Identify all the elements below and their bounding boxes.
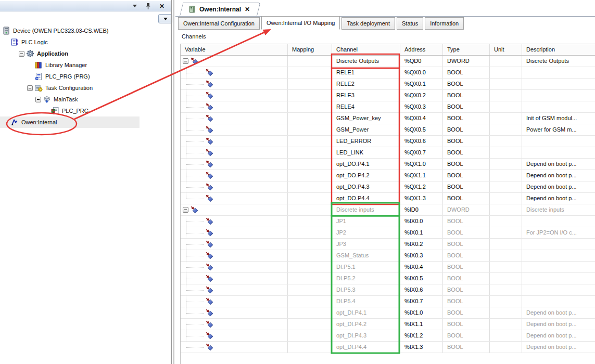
cell-unit[interactable] [490, 227, 522, 238]
cell-unit[interactable] [490, 101, 522, 112]
cell-mapping[interactable] [288, 56, 332, 67]
cell-unit[interactable] [490, 193, 522, 204]
cell-unit[interactable] [490, 284, 522, 295]
cell-unit[interactable] [490, 262, 522, 272]
cell-mapping[interactable] [288, 342, 332, 353]
column-header-channel[interactable]: Channel [332, 44, 400, 55]
tree-item-application[interactable]: Application [0, 48, 171, 59]
cell-mapping[interactable] [288, 273, 332, 284]
cell-unit[interactable] [490, 342, 522, 353]
close-icon[interactable]: ✕ [159, 3, 164, 9]
tree-expander-icon[interactable] [19, 51, 24, 57]
column-header-description[interactable]: Description [522, 44, 595, 55]
cell-mapping[interactable] [288, 67, 332, 78]
cell-mapping[interactable] [288, 319, 332, 330]
cell-unit[interactable] [490, 181, 522, 192]
tab-status[interactable]: Status [397, 17, 423, 30]
cell-mapping[interactable] [288, 79, 332, 89]
table-row-opt-di-p4-1[interactable]: opt_DI.P4.1 %IX1.0 BOOL Depend on boot p… [181, 307, 595, 319]
table-row-led-error[interactable]: LED_ERROR %QX0.6 BOOL [181, 136, 595, 147]
cell-mapping[interactable] [288, 204, 332, 215]
table-row-discrete-inputs[interactable]: Discrete inputs %ID0 DWORD Discrete inpu… [181, 204, 595, 216]
tree-item-owen-internal[interactable]: Owen:Internal [0, 116, 140, 128]
cell-unit[interactable] [490, 79, 522, 89]
cell-mapping[interactable] [288, 307, 332, 318]
table-row-gsm-power-key[interactable]: GSM_Power_key %QX0.4 BOOL Init of GSM mo… [181, 113, 595, 124]
table-row-di-p5-2[interactable]: DI.P5.2 %IX0.5 BOOL [181, 273, 595, 284]
cell-mapping[interactable] [288, 227, 332, 238]
cell-unit[interactable] [490, 159, 522, 170]
row-expander-icon[interactable] [183, 58, 188, 64]
cell-unit[interactable] [490, 170, 522, 181]
tree-expander-icon[interactable] [35, 97, 41, 102]
table-row-jp1[interactable]: JP1 %IX0.0 BOOL [181, 216, 595, 227]
cell-unit[interactable] [490, 67, 522, 78]
cell-mapping[interactable] [288, 193, 332, 204]
cell-unit[interactable] [490, 90, 522, 101]
table-row-rele4[interactable]: RELE4 %QX0.3 BOOL [181, 101, 595, 113]
table-row-di-p5-1[interactable]: DI.P5.1 %IX0.4 BOOL [181, 262, 595, 273]
table-row-di-p5-4[interactable]: DI.P5.4 %IX0.7 BOOL [181, 296, 595, 307]
table-row-led-link[interactable]: LED_LINK %QX0.7 BOOL [181, 147, 595, 159]
tree-item-device-owen-plc323-03-cs-web[interactable]: Device (OWEN PLC323.03-CS.WEB) [0, 25, 171, 36]
table-row-rele2[interactable]: RELE2 %QX0.1 BOOL [181, 79, 595, 90]
cell-unit[interactable] [490, 319, 522, 330]
cell-unit[interactable] [490, 296, 522, 307]
cell-unit[interactable] [490, 250, 522, 261]
cell-mapping[interactable] [288, 170, 332, 181]
cell-mapping[interactable] [288, 124, 332, 135]
cell-mapping[interactable] [288, 113, 332, 124]
tab-information[interactable]: Information [425, 17, 464, 30]
cell-mapping[interactable] [288, 101, 332, 112]
table-row-opt-di-p4-2[interactable]: opt_DI.P4.2 %IX1.1 BOOL Depend on boot p… [181, 319, 595, 330]
panel-dropdown-button[interactable] [158, 14, 172, 23]
pin-icon[interactable] [145, 3, 151, 10]
tree-item-plc-prg[interactable]: PLC_PRG [0, 105, 171, 116]
cell-mapping[interactable] [288, 136, 332, 147]
cell-mapping[interactable] [288, 296, 332, 307]
dropdown-icon[interactable] [133, 5, 137, 7]
cell-mapping[interactable] [288, 239, 332, 250]
tab-task-deployment[interactable]: Task deployment [341, 17, 395, 30]
table-row-di-p5-3[interactable]: DI.P5.3 %IX0.6 BOOL [181, 284, 595, 296]
tree-item-plc-prg-prg[interactable]: PLC_PRG (PRG) [0, 71, 171, 82]
cell-unit[interactable] [490, 56, 522, 67]
cell-mapping[interactable] [288, 284, 332, 295]
table-row-jp3[interactable]: JP3 %IX0.2 BOOL [181, 239, 595, 250]
panel-splitter[interactable] [171, 0, 172, 364]
table-row-rele3[interactable]: RELE3 %QX0.2 BOOL [181, 90, 595, 101]
cell-mapping[interactable] [288, 90, 332, 101]
cell-mapping[interactable] [288, 159, 332, 170]
table-row-gsm-status[interactable]: GSM_Status %IX0.3 BOOL [181, 250, 595, 262]
cell-unit[interactable] [490, 113, 522, 124]
tree-item-plc-logic[interactable]: PLC Logic [0, 36, 171, 48]
cell-mapping[interactable] [288, 181, 332, 192]
tree-item-maintask[interactable]: MainTask [0, 94, 171, 105]
cell-unit[interactable] [490, 204, 522, 215]
cell-mapping[interactable] [288, 262, 332, 272]
cell-unit[interactable] [490, 216, 522, 227]
doc-tab-owen-internal[interactable]: Owen:Internal ✕ [180, 3, 257, 16]
table-row-jp2[interactable]: JP2 %IX0.1 BOOL For JP2=ON I/O c... [181, 227, 595, 239]
tree-expander-icon[interactable] [27, 85, 33, 91]
row-expander-icon[interactable] [183, 207, 188, 213]
column-header-type[interactable]: Type [443, 44, 490, 55]
tab-owen-internal-i-o-mapping[interactable]: Owen:Internal I/O Mapping [261, 16, 340, 30]
cell-unit[interactable] [490, 136, 522, 147]
table-row-opt-do-p4-4[interactable]: opt_DO.P4.4 %QX1.3 BOOL Depend on boot p… [181, 193, 595, 204]
cell-unit[interactable] [490, 330, 522, 341]
table-row-opt-di-p4-3[interactable]: opt_DI.P4.3 %IX1.2 BOOL Depend on boot p… [181, 330, 595, 342]
tree-item-library-manager[interactable]: Library Manager [0, 59, 171, 71]
cell-mapping[interactable] [288, 330, 332, 341]
table-row-opt-do-p4-3[interactable]: opt_DO.P4.3 %QX1.2 BOOL Depend on boot p… [181, 181, 595, 193]
table-row-opt-do-p4-1[interactable]: opt_DO.P4.1 %QX1.0 BOOL Depend on boot p… [181, 159, 595, 170]
table-row-opt-di-p4-4[interactable]: opt_DI.P4.4 %IX1.3 BOOL Depend on boot p… [181, 342, 595, 353]
table-row-opt-do-p4-2[interactable]: opt_DO.P4.2 %QX1.1 BOOL Depend on boot p… [181, 170, 595, 181]
column-header-mapping[interactable]: Mapping [288, 44, 332, 55]
cell-mapping[interactable] [288, 216, 332, 227]
column-header-unit[interactable]: Unit [490, 44, 522, 55]
cell-mapping[interactable] [288, 250, 332, 261]
cell-unit[interactable] [490, 239, 522, 250]
cell-unit[interactable] [490, 307, 522, 318]
column-header-variable[interactable]: Variable [181, 44, 288, 55]
